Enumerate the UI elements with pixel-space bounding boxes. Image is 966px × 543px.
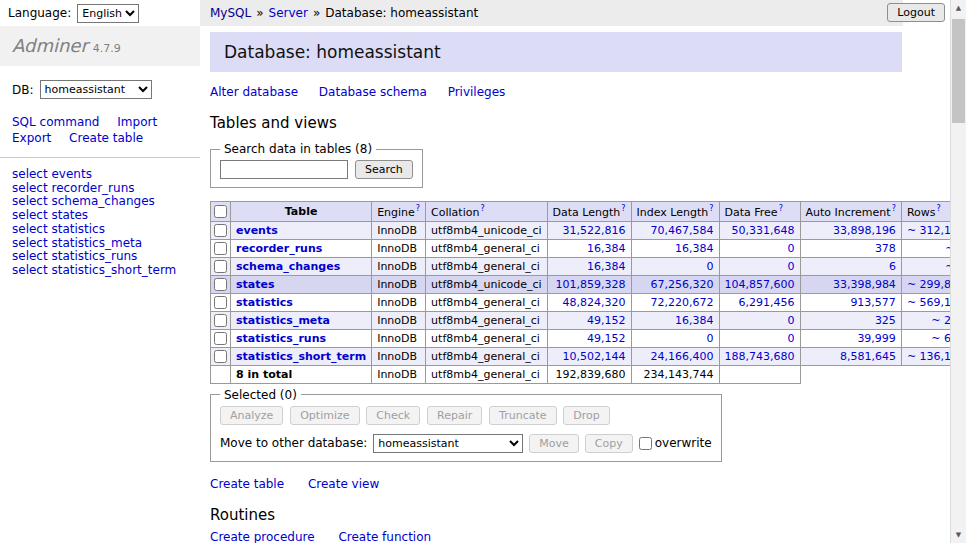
help-icon[interactable]: ?	[709, 204, 713, 213]
table-name-link[interactable]: schema_changes	[236, 260, 340, 273]
auto-increment-link[interactable]: 39,999	[857, 332, 896, 345]
index-length-link[interactable]: 16,384	[675, 242, 714, 255]
sidebar-item-select-recorder-runs[interactable]: select recorder_runs	[12, 182, 188, 195]
help-icon[interactable]: ?	[621, 204, 625, 213]
auto-increment-link[interactable]: 325	[875, 314, 896, 327]
overwrite-checkbox[interactable]	[639, 437, 652, 450]
row-checkbox[interactable]	[214, 296, 227, 309]
data-free-link[interactable]: 50,331,648	[732, 224, 795, 237]
move-db-select[interactable]: homeassistant	[373, 434, 523, 453]
table-name-link[interactable]: statistics_runs	[236, 332, 326, 345]
vertical-scrollbar[interactable]: ▲ ▼	[950, 0, 966, 543]
scrollbar-thumb[interactable]	[952, 19, 965, 123]
auto-increment-link[interactable]: 8,581,645	[840, 350, 896, 363]
sidebar-link-create-table[interactable]: Create table	[69, 131, 143, 145]
sidebar-item-select-statistics-short-term[interactable]: select statistics_short_term	[12, 264, 188, 277]
index-length-link[interactable]: 0	[707, 332, 714, 345]
header-row: Table Engine? Collation? Data Length? In…	[211, 202, 966, 222]
optimize-button[interactable]: Optimize	[290, 406, 359, 425]
truncate-button[interactable]: Truncate	[489, 406, 556, 425]
search-input[interactable]	[220, 160, 348, 179]
data-free-link[interactable]: 0	[788, 332, 795, 345]
copy-button[interactable]: Copy	[585, 434, 633, 453]
search-button[interactable]: Search	[355, 160, 413, 179]
data-free-link[interactable]: 0	[788, 314, 795, 327]
help-icon[interactable]: ?	[480, 204, 484, 213]
auto-increment-link[interactable]: 33,398,984	[833, 278, 896, 291]
help-icon[interactable]: ?	[936, 204, 940, 213]
data-free-link[interactable]: 104,857,600	[725, 278, 795, 291]
data-length-link[interactable]: 16,384	[587, 242, 626, 255]
sidebar-item-select-events[interactable]: select events	[12, 168, 188, 181]
auto-increment-link[interactable]: 6	[889, 260, 896, 273]
index-length-link[interactable]: 70,467,584	[651, 224, 714, 237]
breadcrumb-separator: »	[256, 6, 263, 20]
data-length-link[interactable]: 31,522,816	[563, 224, 626, 237]
help-icon[interactable]: ?	[416, 204, 420, 213]
breadcrumb-mysql-link[interactable]: MySQL	[210, 6, 251, 20]
data-length-link[interactable]: 16,384	[587, 260, 626, 273]
data-length-link[interactable]: 48,824,320	[563, 296, 626, 309]
sidebar-item-select-statistics[interactable]: select statistics	[12, 223, 188, 236]
create-function-link[interactable]: Create function	[338, 530, 431, 543]
breadcrumb-server-link[interactable]: Server	[269, 6, 308, 20]
row-checkbox[interactable]	[214, 332, 227, 345]
db-select[interactable]: homeassistant	[40, 80, 152, 99]
engine-cell: InnoDB	[372, 311, 426, 329]
auto-increment-link[interactable]: 33,898,196	[833, 224, 896, 237]
database-schema-link[interactable]: Database schema	[319, 85, 427, 99]
sidebar-item-select-states[interactable]: select states	[12, 209, 188, 222]
sidebar-item-select-statistics-runs[interactable]: select statistics_runs	[12, 250, 188, 263]
create-view-link[interactable]: Create view	[308, 477, 379, 491]
analyze-button[interactable]: Analyze	[220, 406, 283, 425]
table-name-link[interactable]: statistics_meta	[236, 314, 330, 327]
drop-button[interactable]: Drop	[563, 406, 609, 425]
sidebar-link-import[interactable]: Import	[117, 115, 157, 129]
repair-button[interactable]: Repair	[427, 406, 482, 425]
index-length-link[interactable]: 0	[707, 260, 714, 273]
table-name-link[interactable]: recorder_runs	[236, 242, 322, 255]
index-length-link[interactable]: 67,256,320	[651, 278, 714, 291]
alter-database-link[interactable]: Alter database	[210, 85, 298, 99]
row-checkbox[interactable]	[214, 350, 227, 363]
sidebar-item-select-schema-changes[interactable]: select schema_changes	[12, 195, 188, 208]
scroll-down-icon[interactable]: ▼	[951, 527, 966, 543]
table-name-link[interactable]: statistics	[236, 296, 293, 309]
data-free-link[interactable]: 0	[788, 242, 795, 255]
index-length-link[interactable]: 16,384	[675, 314, 714, 327]
data-free-link[interactable]: 188,743,680	[725, 350, 795, 363]
auto-increment-link[interactable]: 913,577	[850, 296, 896, 309]
help-icon[interactable]: ?	[779, 204, 783, 213]
data-free-link[interactable]: 0	[788, 260, 795, 273]
select-all-cell	[211, 202, 231, 222]
help-icon[interactable]: ?	[892, 204, 896, 213]
check-button[interactable]: Check	[366, 406, 420, 425]
sidebar-link-export[interactable]: Export	[12, 131, 51, 145]
data-length-link[interactable]: 49,152	[587, 314, 626, 327]
index-length-link[interactable]: 24,166,400	[651, 350, 714, 363]
data-length-link[interactable]: 101,859,328	[556, 278, 626, 291]
select-all-checkbox[interactable]	[214, 205, 227, 218]
index-length-link[interactable]: 72,220,672	[651, 296, 714, 309]
table-name-link[interactable]: events	[236, 224, 278, 237]
row-checkbox[interactable]	[214, 278, 227, 291]
privileges-link[interactable]: Privileges	[448, 85, 506, 99]
move-button[interactable]: Move	[529, 434, 579, 453]
row-checkbox[interactable]	[214, 224, 227, 237]
create-table-link[interactable]: Create table	[210, 477, 284, 491]
table-name-link[interactable]: states	[236, 278, 275, 291]
data-free-link[interactable]: 6,291,456	[739, 296, 795, 309]
scroll-up-icon[interactable]: ▲	[951, 0, 966, 16]
sidebar-item-select-statistics-meta[interactable]: select statistics_meta	[12, 237, 188, 250]
row-checkbox[interactable]	[214, 314, 227, 327]
auto-increment-link[interactable]: 378	[875, 242, 896, 255]
table-name-link[interactable]: statistics_short_term	[236, 350, 366, 363]
logout-button[interactable]: Logout	[887, 3, 945, 22]
data-length-link[interactable]: 49,152	[587, 332, 626, 345]
data-length-link[interactable]: 10,502,144	[563, 350, 626, 363]
row-checkbox[interactable]	[214, 242, 227, 255]
language-select[interactable]: English	[77, 4, 139, 23]
row-checkbox[interactable]	[214, 260, 227, 273]
sidebar-link-sql-command[interactable]: SQL command	[12, 115, 99, 129]
create-procedure-link[interactable]: Create procedure	[210, 530, 315, 543]
